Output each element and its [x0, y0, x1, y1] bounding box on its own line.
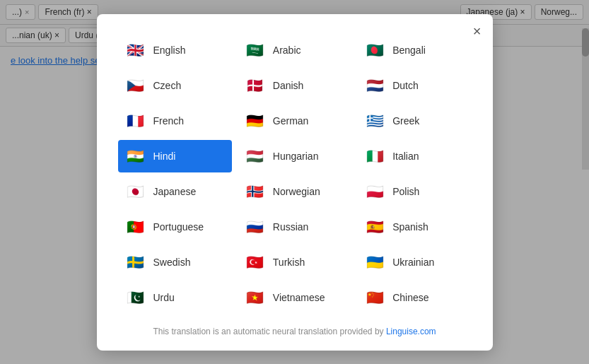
footer-text: This translation is an automatic neural …: [153, 327, 386, 336]
flag-urdu: 🇵🇰: [125, 287, 146, 308]
lang-item-urdu[interactable]: 🇵🇰Urdu: [118, 281, 232, 314]
flag-french: 🇫🇷: [125, 110, 146, 131]
lang-name-turkish: Turkish: [273, 257, 305, 268]
lang-item-french[interactable]: 🇫🇷French: [118, 105, 232, 137]
lang-item-portuguese[interactable]: 🇵🇹Portuguese: [118, 211, 232, 243]
flag-swedish: 🇸🇪: [125, 252, 146, 273]
lang-item-chinese[interactable]: 🇨🇳Chinese: [357, 281, 471, 314]
lang-item-hungarian[interactable]: 🇭🇺Hungarian: [238, 140, 351, 172]
lang-name-chinese: Chinese: [392, 292, 428, 303]
lang-item-czech[interactable]: 🇨🇿Czech: [118, 69, 232, 102]
flag-polish: 🇵🇱: [364, 181, 385, 202]
lang-item-bengali[interactable]: 🇧🇩Bengali: [357, 34, 471, 66]
flag-chinese: 🇨🇳: [364, 287, 385, 308]
lang-item-hindi[interactable]: 🇮🇳Hindi: [118, 140, 232, 172]
flag-english: 🇬🇧: [125, 40, 146, 61]
lang-item-dutch[interactable]: 🇳🇱Dutch: [357, 69, 471, 102]
lang-name-ukrainian: Ukrainian: [392, 257, 434, 268]
lang-name-french: French: [153, 115, 185, 127]
flag-hindi: 🇮🇳: [125, 146, 146, 167]
linguise-link[interactable]: Linguise.com: [386, 327, 436, 336]
lang-item-norwegian[interactable]: 🇳🇴Norwegian: [238, 175, 351, 208]
lang-item-vietnamese[interactable]: 🇻🇳Vietnamese: [238, 281, 351, 314]
lang-item-arabic[interactable]: 🇸🇦Arabic: [238, 34, 351, 66]
flag-hungarian: 🇭🇺: [245, 146, 266, 167]
lang-name-swedish: Swedish: [153, 257, 191, 268]
flag-german: 🇩🇪: [245, 110, 266, 131]
lang-name-english: English: [153, 45, 186, 56]
lang-name-bengali: Bengali: [392, 45, 426, 56]
lang-name-greek: Greek: [392, 115, 419, 127]
lang-name-czech: Czech: [153, 80, 182, 91]
lang-item-swedish[interactable]: 🇸🇪Swedish: [118, 246, 232, 278]
lang-name-danish: Danish: [273, 80, 304, 91]
languages-grid: 🇬🇧English🇸🇦Arabic🇧🇩Bengali🇨🇿Czech🇩🇰Danis…: [118, 34, 472, 314]
lang-name-urdu: Urdu: [153, 292, 175, 303]
lang-name-vietnamese: Vietnamese: [273, 292, 325, 303]
language-modal: × 🇬🇧English🇸🇦Arabic🇧🇩Bengali🇨🇿Czech🇩🇰Dan…: [97, 14, 493, 351]
modal-close-button[interactable]: ×: [473, 24, 482, 38]
flag-norwegian: 🇳🇴: [245, 181, 266, 202]
lang-name-polish: Polish: [392, 186, 419, 197]
flag-danish: 🇩🇰: [245, 75, 266, 96]
flag-turkish: 🇹🇷: [245, 252, 266, 273]
flag-arabic: 🇸🇦: [245, 40, 266, 61]
lang-item-english[interactable]: 🇬🇧English: [118, 34, 232, 66]
modal-overlay[interactable]: × 🇬🇧English🇸🇦Arabic🇧🇩Bengali🇨🇿Czech🇩🇰Dan…: [0, 0, 589, 364]
flag-dutch: 🇳🇱: [364, 75, 385, 96]
lang-name-russian: Russian: [273, 221, 309, 233]
lang-name-spanish: Spanish: [392, 221, 428, 233]
lang-name-hungarian: Hungarian: [273, 151, 319, 162]
flag-czech: 🇨🇿: [125, 75, 146, 96]
flag-italian: 🇮🇹: [364, 146, 385, 167]
flag-portuguese: 🇵🇹: [125, 216, 146, 237]
lang-name-japanese: Japanese: [153, 186, 197, 197]
flag-ukrainian: 🇺🇦: [364, 252, 385, 273]
lang-item-polish[interactable]: 🇵🇱Polish: [357, 175, 471, 208]
flag-greek: 🇬🇷: [364, 110, 385, 131]
lang-item-spanish[interactable]: 🇪🇸Spanish: [357, 211, 471, 243]
lang-name-norwegian: Norwegian: [273, 186, 320, 197]
flag-bengali: 🇧🇩: [364, 40, 385, 61]
lang-item-turkish[interactable]: 🇹🇷Turkish: [238, 246, 351, 278]
flag-vietnamese: 🇻🇳: [245, 287, 266, 308]
lang-item-italian[interactable]: 🇮🇹Italian: [357, 140, 471, 172]
lang-name-german: German: [273, 115, 309, 127]
flag-spanish: 🇪🇸: [364, 216, 385, 237]
lang-item-ukrainian[interactable]: 🇺🇦Ukrainian: [357, 246, 471, 278]
lang-item-japanese[interactable]: 🇯🇵Japanese: [118, 175, 232, 208]
modal-footer: This translation is an automatic neural …: [118, 327, 472, 336]
lang-item-danish[interactable]: 🇩🇰Danish: [238, 69, 351, 102]
lang-name-hindi: Hindi: [153, 151, 176, 162]
lang-item-greek[interactable]: 🇬🇷Greek: [357, 105, 471, 137]
lang-item-russian[interactable]: 🇷🇺Russian: [238, 211, 351, 243]
flag-russian: 🇷🇺: [245, 216, 266, 237]
lang-name-arabic: Arabic: [273, 45, 301, 56]
lang-name-dutch: Dutch: [392, 80, 419, 91]
lang-name-portuguese: Portuguese: [153, 221, 204, 233]
lang-name-italian: Italian: [392, 151, 419, 162]
flag-japanese: 🇯🇵: [125, 181, 146, 202]
lang-item-german[interactable]: 🇩🇪German: [238, 105, 351, 137]
